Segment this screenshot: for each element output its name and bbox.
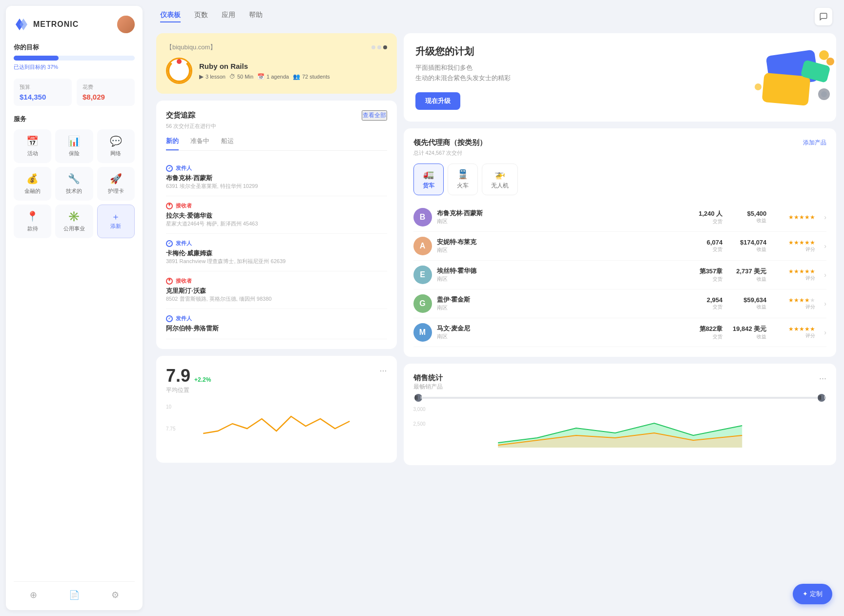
agent-arrow-3[interactable]: › xyxy=(824,271,826,279)
sender-name-3: 阿尔伯特·弗洛雷斯 xyxy=(166,324,387,333)
delivery-title: 交货追踪 xyxy=(166,111,195,120)
services-grid: 📅 活动 📊 保险 💬 网络 💰 金融的 🔧 技术的 🚀 护理卡 📍 款待 ✳ xyxy=(14,129,135,238)
agent-name-5: 马文·麦金尼 xyxy=(437,324,684,333)
agent-arrow-5[interactable]: › xyxy=(824,329,826,336)
role-receiver-1: 📍 接收者 xyxy=(166,202,387,209)
delivery-tab-preparing[interactable]: 准备中 xyxy=(190,137,209,150)
delivery-tab-new[interactable]: 新的 xyxy=(166,137,179,150)
sales-chart: 3,000 2,500 xyxy=(413,407,827,455)
customize-button[interactable]: ✦ 定制 xyxy=(793,584,832,604)
sidebar: METRONIC 你的目标 已达到目标的 37% 预算 $14,350 花费 $… xyxy=(6,6,143,610)
svg-point-6 xyxy=(826,58,834,65)
delivery-item-2: 📍 接收者 拉尔夫·爱德华兹 星家大道2464号 梅萨, 新泽西州 45463 xyxy=(166,196,387,234)
meta-agenda: 📅 1 agenda xyxy=(257,73,289,80)
students-icon: 👥 xyxy=(293,73,300,80)
service-item-network[interactable]: 💬 网络 xyxy=(97,129,135,163)
content-grid: 【biqubiqu.com】 Ruby on Rails xyxy=(148,29,844,616)
slider-left-thumb[interactable]: ⏸ xyxy=(414,394,422,402)
agent-revenue-2: $174,074 收益 xyxy=(727,239,766,253)
budget-row: 预算 $14,350 花费 $8,029 xyxy=(14,79,135,106)
delivery-tabs: 新的 准备中 船运 xyxy=(166,137,387,151)
course-info: Ruby on Rails ▶ 3 lesson ⏱ 50 Min xyxy=(199,62,330,80)
settings-icon[interactable]: ⚙ xyxy=(111,590,119,600)
file-icon[interactable]: 📄 xyxy=(69,590,80,600)
sender-icon-2: ✓ xyxy=(166,240,173,247)
services-label: 服务 xyxy=(14,115,135,123)
tab-apps[interactable]: 应用 xyxy=(222,11,235,22)
service-item-hospitality[interactable]: 📍 款待 xyxy=(14,205,51,238)
agent-rating-label-2: 评分 xyxy=(805,246,815,253)
add-product-button[interactable]: 添加产品 xyxy=(803,139,826,147)
agents-subtitle: 总计 424,567 次交付 xyxy=(413,149,827,157)
agent-name-2: 安妮特·布莱克 xyxy=(437,238,684,246)
agent-arrow-2[interactable]: › xyxy=(824,242,826,250)
agent-row-3: E 埃丝特·霍华德 南区 第357章 交货 2,737 美元 收益 ★★★★★ xyxy=(413,261,827,289)
agent-region-3: 南区 xyxy=(437,275,684,283)
agent-arrow-1[interactable]: › xyxy=(824,213,826,221)
service-item-finance[interactable]: 💰 金融的 xyxy=(14,167,51,201)
meta-students: 👥 72 students xyxy=(293,73,330,80)
tab-pages[interactable]: 页数 xyxy=(194,11,208,22)
service-item-care[interactable]: 🚀 护理卡 xyxy=(97,167,135,201)
logo-text: METRONIC xyxy=(33,20,79,29)
agent-avatar-2: A xyxy=(413,237,432,255)
agent-rev-label-1: 收益 xyxy=(757,217,766,224)
finance-icon: 💰 xyxy=(18,173,47,185)
truck-label: 货车 xyxy=(423,182,434,190)
delivery-item-4: 📍 接收者 克里斯汀·沃森 8502 普雷斯顿路, 英格尔伍德, 缅因州 983… xyxy=(166,271,387,309)
add-service-button[interactable]: ＋ 添新 xyxy=(97,205,135,238)
tab-dashboard[interactable]: 仪表板 xyxy=(160,11,181,22)
upgrade-card: 升级您的计划 平面插图和我们多色生动的未混合紫色头发女士的精彩 现在升级 xyxy=(404,33,837,122)
slider-right-thumb[interactable]: ⏸ xyxy=(818,394,825,402)
agent-tab-truck[interactable]: 🚛 货车 xyxy=(413,164,444,195)
service-name-insurance: 保险 xyxy=(59,150,89,157)
agent-avatar-3: E xyxy=(413,266,432,284)
agenda-icon: 📅 xyxy=(257,73,265,80)
layers-icon[interactable]: ⊕ xyxy=(30,590,37,600)
progress-bar-fill xyxy=(14,56,59,61)
service-item-activity[interactable]: 📅 活动 xyxy=(14,129,51,163)
sales-title: 销售统计 xyxy=(413,373,443,383)
agent-tab-train[interactable]: 🚆 火车 xyxy=(448,164,478,195)
receiver-name-1: 拉尔夫·爱德华兹 xyxy=(166,211,387,220)
avg-more-button[interactable]: ··· xyxy=(379,366,387,376)
budget-label: 预算 xyxy=(20,83,66,91)
meta-lessons: ▶ 3 lesson xyxy=(199,73,226,80)
delivery-tab-shipping[interactable]: 船运 xyxy=(221,137,234,150)
agent-arrow-4[interactable]: › xyxy=(824,300,826,308)
agent-region-5: 南区 xyxy=(437,333,684,340)
sales-more-button[interactable]: ··· xyxy=(819,373,826,384)
notification-icon[interactable] xyxy=(815,8,832,25)
agent-revenue-5: 19,842 美元 收益 xyxy=(727,325,766,340)
agent-stats-3: 第357章 交货 xyxy=(688,267,722,283)
agent-stats-2: 6,074 交货 xyxy=(688,239,722,253)
agent-info-1: 布鲁克林·西蒙斯 南区 xyxy=(437,209,684,225)
train-label: 火车 xyxy=(457,182,469,190)
agent-stars-4: ★★★★★ xyxy=(788,297,815,304)
agent-avatar-5: M xyxy=(413,323,432,342)
agent-name-4: 盖伊·霍金斯 xyxy=(437,295,684,304)
role-sender-2: ✓ 发件人 xyxy=(166,240,387,247)
upgrade-button[interactable]: 现在升级 xyxy=(415,92,460,110)
drone-icon: 🚁 xyxy=(494,169,505,180)
svg-point-9 xyxy=(821,91,827,97)
agent-avatar-4: G xyxy=(413,294,432,313)
agent-revenue-1: $5,400 收益 xyxy=(727,210,766,224)
agent-tab-drone[interactable]: 🚁 无人机 xyxy=(482,164,518,195)
time-icon: ⏱ xyxy=(229,73,235,80)
hospitality-icon: 📍 xyxy=(18,210,47,222)
tab-help[interactable]: 帮助 xyxy=(249,11,263,22)
meta-time: ⏱ 50 Min xyxy=(229,73,253,80)
sender-icon-3: ✓ xyxy=(166,315,173,322)
nav-tabs: 仪表板 页数 应用 帮助 xyxy=(160,11,263,22)
sender-address-2: 3891 Ranchview 理查森博士, 加利福尼亚州 62639 xyxy=(166,258,387,265)
service-item-tech[interactable]: 🔧 技术的 xyxy=(55,167,93,201)
agents-title: 领先代理商（按类别） xyxy=(413,138,487,147)
avg-card: 7.9 +2.2% 平均位置 ··· 10 7.75 xyxy=(156,356,397,463)
service-item-insurance[interactable]: 📊 保险 xyxy=(55,129,93,163)
service-item-utility[interactable]: ✳️ 公用事业 xyxy=(55,205,93,238)
view-all-button[interactable]: 查看全部 xyxy=(362,110,387,121)
agent-rating-label-5: 评分 xyxy=(805,332,815,339)
receiver-name-2: 克里斯汀·沃森 xyxy=(166,287,387,295)
avatar-image xyxy=(117,16,135,33)
